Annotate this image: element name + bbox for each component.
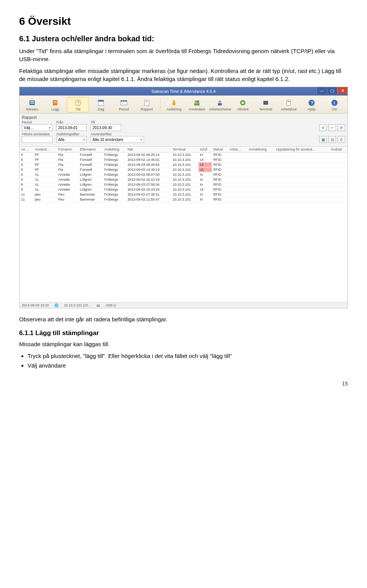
table-header[interactable]: An…: [19, 147, 33, 152]
table-row[interactable]: 6PFPiaForssellFröbergs2013-09-02 08:25:1…: [19, 152, 348, 157]
ribbon-item-tid[interactable]: Tid: [67, 97, 89, 112]
to-date-input[interactable]: 2013-09-30: [91, 124, 121, 131]
table-header[interactable]: När: [126, 147, 171, 152]
period-select[interactable]: Välj…: [22, 124, 52, 131]
table-header[interactable]: Förnamn: [57, 147, 78, 152]
print-button[interactable]: ⎙: [338, 136, 345, 143]
table-cell: Annette: [57, 172, 78, 177]
table-cell: Fröbergs: [103, 182, 126, 187]
stampings-table[interactable]: An…Använd…FörnamnEfternamnAvdelningNärTe…: [19, 147, 348, 302]
ribbon-item-arbetskod[interactable]: Arbetskod: [278, 97, 300, 112]
table-cell: In: [198, 152, 212, 157]
table-cell: [228, 162, 247, 167]
table-cell: [247, 192, 274, 197]
table-row[interactable]: 8ALAnnetteLöfgrenFröbergs2013-09-03 07:5…: [19, 182, 348, 187]
ribbon-item-period[interactable]: Period: [113, 97, 135, 112]
table-row[interactable]: 6PFPiaForssellFröbergs2013-09-03 14:49:1…: [19, 167, 348, 172]
ribbon-item-allmänt[interactable]: Allmänt: [232, 97, 254, 112]
svg-rect-23: [194, 103, 200, 105]
table-header[interactable]: Avdelning: [103, 147, 126, 152]
table-cell: PF: [33, 162, 57, 167]
heading-3: 6.1.1 Lägg till stämplingar: [19, 329, 348, 337]
table-cell: Annette: [57, 177, 78, 182]
table-cell: [228, 182, 247, 187]
table-cell: 2013-09-03 08:26:54: [126, 162, 171, 167]
table-row[interactable]: 6PFPiaForssellFröbergs2013-09-02 14:46:0…: [19, 157, 348, 162]
table-row[interactable]: 6PFPiaForssellFröbergs2013-09-03 08:26:5…: [19, 162, 348, 167]
table-cell: 10.10.3.101: [171, 192, 199, 197]
table-cell: RFID: [212, 162, 228, 167]
table-cell: [228, 157, 247, 162]
table-header[interactable]: In/Ut: [198, 147, 212, 152]
table-cell: [274, 167, 329, 172]
arbetskod-icon: [278, 98, 299, 107]
table-cell: 2013-09-03 14:49:13: [126, 167, 171, 172]
table-cell: In: [198, 172, 212, 177]
table-cell: Fröbergs: [103, 172, 126, 177]
ribbon-item-rapport[interactable]: A=Rapport: [136, 97, 158, 112]
svg-rect-11: [98, 100, 104, 102]
status-ip-icon: 🌐: [54, 303, 58, 307]
filter-user-input[interactable]: [22, 136, 52, 143]
ribbon-item-närvaro[interactable]: Närvaro: [21, 97, 43, 112]
table-header[interactable]: Använd…: [33, 147, 57, 152]
user-filter-select[interactable]: Alla 10 användare: [91, 136, 144, 143]
export-excel-button[interactable]: ▦: [319, 136, 327, 143]
table-row[interactable]: 11peoPeoBarremanFröbergs2013-09-02 11:55…: [19, 197, 348, 202]
table-header[interactable]: Terminal: [171, 147, 199, 152]
svg-rect-13: [121, 100, 127, 102]
table-cell: [247, 197, 274, 202]
export-button[interactable]: ▤: [328, 136, 336, 143]
add-button[interactable]: +: [319, 124, 327, 131]
table-row[interactable]: 8ALAnnetteLöfgrenFröbergs2013-09-02 16:1…: [19, 177, 348, 182]
dept-filter-select[interactable]: Alla: [56, 136, 87, 143]
table-row[interactable]: 11peoPeoBarremanFröbergs2013-09-02 07:35…: [19, 192, 348, 197]
table-header[interactable]: Metod: [212, 147, 228, 152]
ribbon-item-dag[interactable]: Dag: [90, 97, 112, 112]
table-header[interactable]: Ändrad: [329, 147, 348, 152]
ribbon-item-hjälp[interactable]: ?Hjälp: [300, 97, 323, 112]
ribbon-item-logg[interactable]: Logg: [44, 97, 66, 112]
table-header[interactable]: Efternamn: [78, 147, 103, 152]
from-date-input[interactable]: 2013-09-01: [56, 124, 87, 131]
ribbon-item-label: Terminal: [255, 107, 276, 111]
table-cell: 2013-09-02 07:35:51: [126, 192, 171, 197]
ribbon-item-terminal[interactable]: Terminal: [255, 97, 277, 112]
table-cell: 2013-09-02 14:46:01: [126, 157, 171, 162]
ribbon-item-användare[interactable]: Användare: [186, 97, 208, 112]
table-cell: AL: [33, 172, 57, 177]
svg-text:A=: A=: [145, 100, 148, 103]
table-cell: [228, 187, 247, 192]
table-cell: 10.10.3.101: [171, 182, 199, 187]
tid-icon: [67, 98, 89, 107]
table-row[interactable]: 8ALAnnetteLöfgrenFröbergs2013-09-02 08:0…: [19, 172, 348, 177]
table-cell: 10.10.3.101: [171, 177, 199, 182]
table-row[interactable]: 8ALAnnetteLöfgrenFröbergs2013-09-03 15:4…: [19, 187, 348, 192]
svg-rect-4: [54, 101, 57, 102]
table-header[interactable]: Anmärkning: [247, 147, 274, 152]
from-label: Från: [56, 120, 87, 124]
table-cell: In: [198, 182, 212, 187]
table-cell: Pia: [57, 157, 78, 162]
table-cell: [247, 162, 274, 167]
table-cell: Löfgren: [78, 187, 103, 192]
table-cell: AL: [33, 182, 57, 187]
window-minimize-button[interactable]: —: [317, 87, 327, 94]
window-close-button[interactable]: ✕: [337, 87, 348, 94]
status-time: 2013-09-03 16:20: [22, 303, 49, 307]
window-titlebar[interactable]: Salescan Time & Attendance 4.5.4 — ▢ ✕: [19, 87, 348, 96]
ribbon-item-arbetsschema[interactable]: Arbetsschema: [209, 97, 231, 112]
remove-button[interactable]: −: [328, 124, 336, 131]
table-cell: [274, 157, 329, 162]
table-header[interactable]: Arbet…: [228, 147, 247, 152]
table-cell: 2013-09-02 08:07:00: [126, 172, 171, 177]
refresh-button[interactable]: ⟳: [338, 124, 345, 131]
table-cell: Pia: [57, 152, 78, 157]
table-empty-area[interactable]: [19, 202, 348, 303]
window-maximize-button[interactable]: ▢: [327, 87, 337, 94]
ribbon-item-om[interactable]: iOm: [323, 97, 346, 112]
table-header[interactable]: Uppdatering för använd…: [274, 147, 329, 152]
ribbon-item-avdelning[interactable]: Avdelning: [163, 97, 185, 112]
table-cell: 10.10.3.101: [171, 172, 199, 177]
table-cell: Fröbergs: [103, 177, 126, 182]
